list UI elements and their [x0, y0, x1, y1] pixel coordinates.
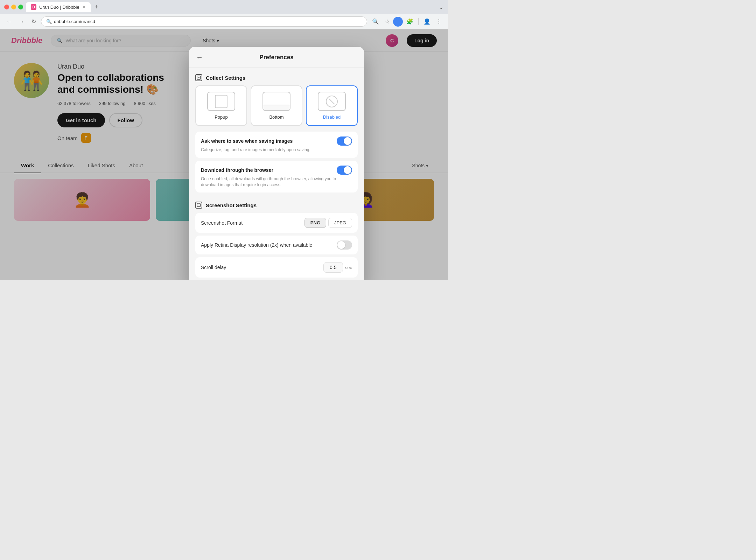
toggle-knob-2: [344, 166, 351, 174]
download-through-browser-toggle[interactable]: [337, 166, 352, 175]
ask-where-to-save-label: Ask where to save when saving images: [201, 138, 293, 144]
collect-settings-label: Collect Settings: [206, 75, 245, 81]
scroll-delay-input-group: sec: [323, 262, 352, 273]
screenshot-settings-label: Screenshot Settings: [206, 202, 257, 208]
collect-option-disabled[interactable]: Disabled: [306, 85, 358, 126]
browser-tab[interactable]: D Uran Duo | Dribbble ✕: [26, 2, 91, 12]
browser-toolbar-actions: 🔍 ☆ 🧩 👤 ⋮: [370, 17, 444, 27]
bottom-label: Bottom: [269, 114, 284, 120]
reload-button[interactable]: ↻: [29, 17, 38, 26]
scroll-delay-label: Scroll delay: [201, 265, 226, 270]
preferences-title: Preferences: [207, 54, 346, 61]
popup-label: Popup: [215, 114, 228, 120]
account-icon[interactable]: 👤: [421, 17, 433, 26]
collect-options: Popup Bottom Di: [195, 85, 358, 126]
retina-display-label: Apply Retina Display resolution (2x) whe…: [201, 242, 312, 248]
screenshot-settings-icon: [195, 202, 202, 209]
browser-dots: [4, 5, 23, 9]
dribbble-favicon: D: [31, 4, 36, 10]
disabled-circle: [326, 96, 338, 107]
scroll-delay-row: Scroll delay sec: [195, 257, 358, 278]
download-through-browser-desc: Once enabled, all downloads will go thro…: [201, 176, 352, 188]
format-buttons: PNG JPEG: [304, 218, 352, 228]
address-bar[interactable]: 🔍 dribbble.com/urancd: [41, 16, 367, 27]
scroll-delay-unit: sec: [345, 265, 352, 270]
tab-close-icon[interactable]: ✕: [82, 5, 86, 9]
browser-toolbar: ← → ↻ 🔍 dribbble.com/urancd 🔍 ☆ 🧩 👤 ⋮: [0, 14, 448, 29]
maximize-dot[interactable]: [18, 5, 23, 9]
new-tab-button[interactable]: +: [93, 4, 100, 11]
toggle-knob: [344, 137, 351, 145]
screenshot-format-row: Screenshot Format PNG JPEG: [195, 213, 358, 233]
forward-button[interactable]: →: [17, 17, 27, 26]
preferences-header: ← Preferences: [189, 47, 364, 68]
collect-option-popup[interactable]: Popup: [195, 85, 247, 126]
browser-tab-title: Uran Duo | Dribbble: [39, 5, 79, 10]
window-controls-icon[interactable]: ⌄: [439, 3, 444, 11]
back-button[interactable]: ←: [4, 17, 14, 26]
format-btn-jpeg[interactable]: JPEG: [328, 218, 352, 228]
search-icon[interactable]: 🔍: [370, 17, 381, 26]
url-display: dribbble.com/urancd: [54, 19, 362, 24]
bottom-bar: [263, 105, 290, 110]
extensions-icon[interactable]: 🧩: [404, 17, 415, 26]
browser-profile-icon[interactable]: [393, 17, 403, 27]
disabled-icon: [318, 92, 346, 111]
scroll-delay-input[interactable]: [323, 262, 343, 273]
download-through-browser-row: Download through the browser Once enable…: [195, 161, 358, 193]
format-btn-png[interactable]: PNG: [304, 218, 326, 228]
svg-rect-2: [197, 204, 201, 206]
download-through-browser-label: Download through the browser: [201, 167, 273, 173]
preferences-back-button[interactable]: ←: [196, 53, 203, 61]
preferences-scrollable[interactable]: Collect Settings Popup Bottom: [189, 68, 364, 280]
screenshot-settings-header: Screenshot Settings: [195, 195, 358, 213]
ask-where-to-save-desc: Categorize, tag, and rate images immedia…: [201, 147, 352, 153]
retina-display-toggle[interactable]: [337, 240, 352, 250]
popup-inner-box: [215, 95, 227, 108]
bottom-icon: [262, 92, 290, 111]
page-content: Dribbble 🔍 What are you looking for? Sho…: [0, 29, 448, 280]
collect-option-bottom[interactable]: Bottom: [251, 85, 302, 126]
minimize-dot[interactable]: [11, 5, 16, 9]
disabled-line: [329, 98, 335, 104]
retina-display-row: Apply Retina Display resolution (2x) whe…: [195, 236, 358, 254]
download-through-browser-top: Download through the browser: [201, 166, 352, 175]
bookmark-icon[interactable]: ☆: [383, 17, 392, 26]
disabled-label: Disabled: [323, 114, 341, 120]
more-options-icon[interactable]: ⋮: [434, 17, 444, 26]
collect-settings-icon: [195, 74, 202, 81]
preferences-panel: ← Preferences Collect Settings Popup: [189, 47, 364, 280]
ask-where-to-save-row: Ask where to save when saving images Cat…: [195, 132, 358, 158]
browser-titlebar: D Uran Duo | Dribbble ✕ + ⌄: [0, 0, 448, 14]
screenshot-format-label: Screenshot Format: [201, 220, 243, 226]
ask-where-to-save-top: Ask where to save when saving images: [201, 136, 352, 146]
close-dot[interactable]: [4, 5, 9, 9]
popup-icon: [207, 92, 235, 111]
toolbar-separator: [418, 18, 419, 25]
ask-where-to-save-toggle[interactable]: [337, 136, 352, 146]
retina-toggle-knob: [337, 241, 345, 249]
collect-settings-header: Collect Settings: [195, 68, 358, 85]
